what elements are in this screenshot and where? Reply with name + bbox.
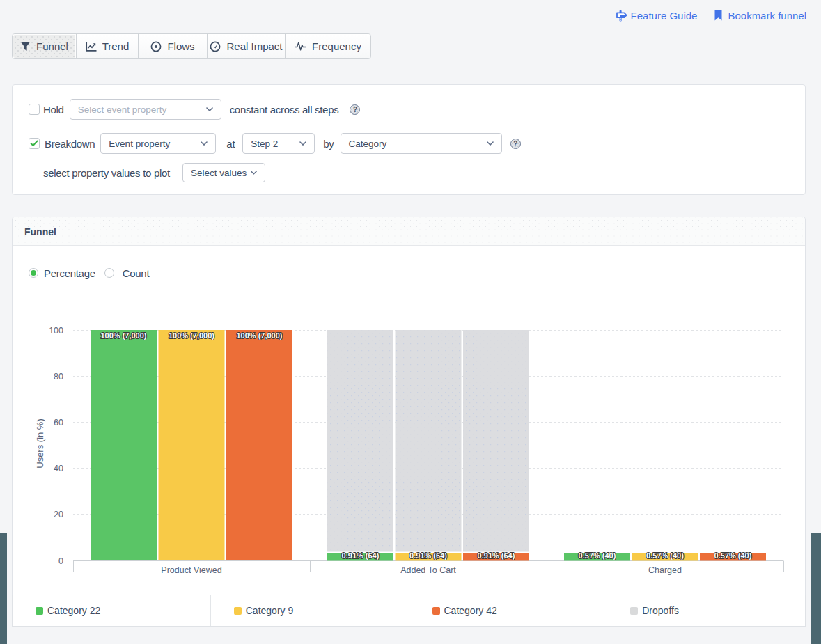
- svg-text:80: 80: [54, 372, 63, 382]
- svg-text:Added To Cart: Added To Cart: [400, 565, 456, 575]
- svg-text:0.91% (64): 0.91% (64): [342, 551, 380, 560]
- svg-text:0.91% (64): 0.91% (64): [409, 551, 447, 560]
- svg-text:60: 60: [54, 418, 63, 427]
- svg-text:0.57% (40): 0.57% (40): [579, 551, 616, 560]
- svg-text:40: 40: [54, 464, 63, 473]
- svg-text:0.57% (40): 0.57% (40): [714, 551, 752, 560]
- svg-text:Charged: Charged: [648, 565, 682, 575]
- svg-text:0.91% (64): 0.91% (64): [478, 551, 515, 560]
- svg-text:100% (7,000): 100% (7,000): [100, 331, 146, 340]
- svg-text:Users (in %): Users (in %): [35, 418, 45, 469]
- svg-text:Product Viewed: Product Viewed: [161, 565, 221, 575]
- svg-text:0: 0: [58, 556, 63, 566]
- svg-text:100% (7,000): 100% (7,000): [169, 331, 214, 340]
- svg-text:100% (7,000): 100% (7,000): [236, 331, 282, 340]
- svg-text:0.57% (40): 0.57% (40): [646, 551, 684, 560]
- svg-text:20: 20: [54, 510, 63, 519]
- svg-text:100: 100: [49, 326, 63, 336]
